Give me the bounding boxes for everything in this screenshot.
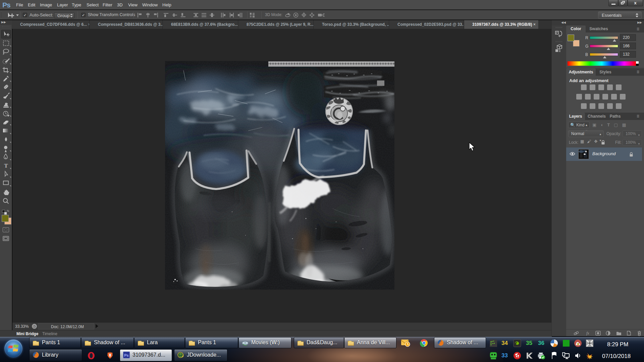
svg-text:T: T [4,163,8,169]
svg-text:fx: fx [586,331,589,336]
svg-text:Ps: Ps [124,353,128,357]
